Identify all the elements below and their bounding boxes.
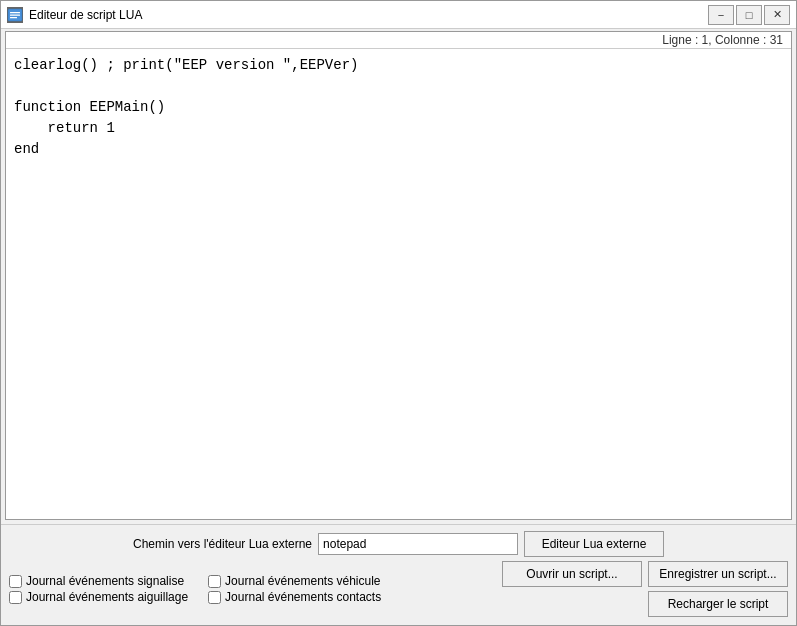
title-bar: Editeur de script LUA − □ ✕ — [1, 1, 796, 29]
ext-editor-input[interactable] — [318, 533, 518, 555]
cb-vehicule[interactable] — [208, 575, 221, 588]
checkbox-contacts: Journal événements contacts — [208, 590, 381, 604]
svg-rect-3 — [10, 17, 17, 18]
window-title: Editeur de script LUA — [29, 8, 142, 22]
main-window: Editeur de script LUA − □ ✕ Ligne : 1, C… — [0, 0, 797, 626]
save-script-button[interactable]: Enregistrer un script... — [648, 561, 788, 587]
editor-area: Ligne : 1, Colonne : 31 — [5, 31, 792, 520]
checkbox-vehicule: Journal événements véhicule — [208, 574, 381, 588]
script-buttons: Ouvrir un script... Enregistrer un scrip… — [502, 561, 788, 587]
external-editor-row: Chemin vers l'éditeur Lua externe Editeu… — [9, 531, 788, 557]
svg-rect-2 — [10, 14, 20, 15]
ext-editor-label: Chemin vers l'éditeur Lua externe — [133, 537, 312, 551]
cb-vehicule-label: Journal événements véhicule — [225, 574, 380, 588]
bottom-panel: Chemin vers l'éditeur Lua externe Editeu… — [1, 524, 796, 625]
cb-contacts-label: Journal événements contacts — [225, 590, 381, 604]
ext-editor-button[interactable]: Editeur Lua externe — [524, 531, 664, 557]
checkboxes-container: Journal événements signalise Journal évé… — [9, 574, 381, 604]
window-icon — [7, 7, 23, 23]
cb-aiguillage[interactable] — [9, 591, 22, 604]
maximize-button[interactable]: □ — [736, 5, 762, 25]
cb-contacts[interactable] — [208, 591, 221, 604]
checkbox-signalise: Journal événements signalise — [9, 574, 188, 588]
action-buttons: Ouvrir un script... Enregistrer un scrip… — [502, 561, 788, 617]
checkboxes-right: Journal événements véhicule Journal évén… — [208, 574, 381, 604]
open-script-button[interactable]: Ouvrir un script... — [502, 561, 642, 587]
checkboxes-left: Journal événements signalise Journal évé… — [9, 574, 188, 604]
svg-rect-1 — [10, 12, 20, 13]
cursor-position: Ligne : 1, Colonne : 31 — [662, 33, 783, 47]
bottom-row: Journal événements signalise Journal évé… — [9, 561, 788, 617]
window-controls: − □ ✕ — [708, 5, 790, 25]
minimize-button[interactable]: − — [708, 5, 734, 25]
status-bar: Ligne : 1, Colonne : 31 — [6, 32, 791, 49]
cb-aiguillage-label: Journal événements aiguillage — [26, 590, 188, 604]
close-button[interactable]: ✕ — [764, 5, 790, 25]
code-editor[interactable] — [6, 49, 791, 519]
checkbox-aiguillage: Journal événements aiguillage — [9, 590, 188, 604]
cb-signalise-label: Journal événements signalise — [26, 574, 184, 588]
cb-signalise[interactable] — [9, 575, 22, 588]
reload-script-button[interactable]: Recharger le script — [648, 591, 788, 617]
